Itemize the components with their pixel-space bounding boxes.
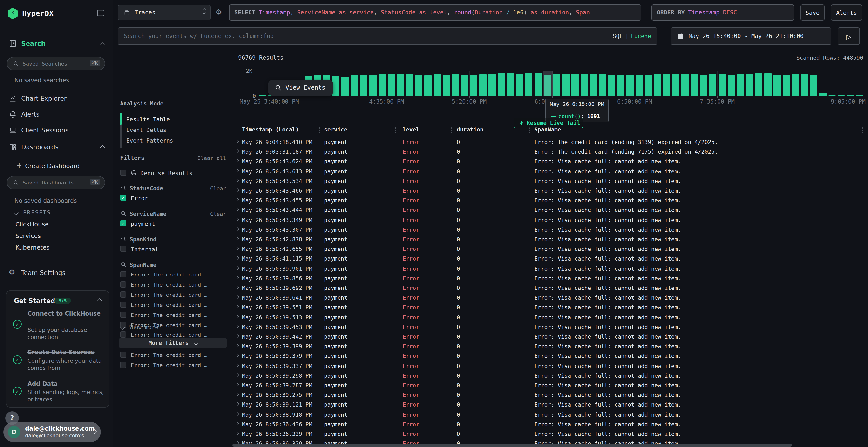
- row-expand-icon[interactable]: [236, 403, 239, 406]
- run-query-button[interactable]: ▷: [838, 28, 860, 45]
- saved-dashboards-input[interactable]: Saved Dashboards ⌘K: [7, 176, 105, 189]
- row-expand-icon[interactable]: [236, 266, 239, 270]
- histogram-bar[interactable]: [443, 74, 450, 96]
- column-resize-handle[interactable]: [319, 127, 320, 133]
- table-row[interactable]: May 26 8:50:41.115 PMpaymentError0Error:…: [232, 254, 868, 264]
- histogram-bar[interactable]: [691, 74, 698, 96]
- histogram-bar[interactable]: [516, 73, 523, 96]
- histogram-bar[interactable]: [461, 75, 468, 96]
- table-row[interactable]: May 26 8:50:39.275 PMpaymentError0Error:…: [232, 390, 868, 400]
- histogram-bar[interactable]: [700, 74, 707, 96]
- table-row[interactable]: May 26 8:50:39.287 PMpaymentError0Error:…: [232, 381, 868, 390]
- col-header-service[interactable]: service: [324, 126, 347, 133]
- scrollbar-thumb[interactable]: [232, 444, 792, 447]
- table-row[interactable]: May 26 8:50:39.453 PMpaymentError0Error:…: [232, 322, 868, 332]
- search-icon[interactable]: [121, 185, 126, 191]
- histogram-bar[interactable]: [434, 74, 441, 96]
- histogram-bar[interactable]: [581, 74, 588, 96]
- row-expand-icon[interactable]: [236, 412, 239, 415]
- table-row[interactable]: May 26 8:50:43.534 PMpaymentError0Error:…: [232, 176, 868, 186]
- table-row[interactable]: May 26 8:50:39.337 PMpaymentError0Error:…: [232, 361, 868, 371]
- row-expand-icon[interactable]: [236, 159, 239, 163]
- servicename-payment-label[interactable]: payment: [131, 220, 155, 227]
- row-expand-icon[interactable]: [236, 188, 239, 192]
- histogram-bar[interactable]: [553, 74, 560, 96]
- mode-event-patterns[interactable]: Event Patterns: [126, 137, 173, 144]
- row-expand-icon[interactable]: [236, 247, 239, 250]
- histogram-bar[interactable]: [792, 74, 799, 96]
- histogram-bar[interactable]: [562, 74, 569, 96]
- histogram-bar[interactable]: [507, 73, 514, 96]
- table-row[interactable]: May 26 8:50:39.399 PMpaymentError0Error:…: [232, 342, 868, 351]
- row-expand-icon[interactable]: [236, 217, 239, 221]
- row-expand-icon[interactable]: [236, 325, 239, 328]
- table-row[interactable]: May 26 9:03:31.187 PMpaymentError0Error:…: [232, 147, 868, 157]
- row-expand-icon[interactable]: [236, 237, 239, 240]
- show-more-link[interactable]: Show more: [121, 324, 158, 331]
- alerts-button[interactable]: Alerts: [831, 4, 862, 21]
- histogram-bar[interactable]: [810, 75, 817, 96]
- get-started-item-title[interactable]: Create Data Sources: [28, 349, 104, 356]
- user-menu[interactable]: D dale@clickhouse.com dale@clickhouse.co…: [3, 422, 101, 442]
- histogram-bar[interactable]: [755, 72, 762, 96]
- table-row[interactable]: May 26 8:50:43.455 PMpaymentError0Error:…: [232, 196, 868, 205]
- table-row[interactable]: May 26 8:50:39.856 PMpaymentError0Error:…: [232, 274, 868, 283]
- chevron-up-icon[interactable]: [97, 299, 102, 303]
- save-button[interactable]: Save: [801, 4, 825, 21]
- histogram-bar[interactable]: [534, 73, 542, 96]
- clear-all-link[interactable]: Clear all: [197, 155, 226, 161]
- col-header-level[interactable]: level: [403, 126, 419, 133]
- col-header-timestamp[interactable]: Timestamp (Local): [242, 126, 299, 133]
- row-expand-icon[interactable]: [236, 295, 239, 299]
- row-expand-icon[interactable]: [236, 256, 239, 260]
- spanname-option-label[interactable]: Error: The credit card …: [131, 302, 207, 308]
- row-expand-icon[interactable]: [236, 392, 239, 396]
- histogram-bar[interactable]: [626, 75, 633, 96]
- table-row[interactable]: May 26 8:50:43.624 PMpaymentError0Error:…: [232, 157, 868, 166]
- sidebar-item-chart-explorer[interactable]: Chart Explorer: [0, 93, 113, 105]
- table-row[interactable]: May 26 8:50:43.444 PMpaymentError0Error:…: [232, 205, 868, 215]
- histogram-bar[interactable]: [452, 74, 459, 96]
- row-expand-icon[interactable]: [236, 276, 239, 279]
- histogram-bar[interactable]: [764, 73, 772, 96]
- row-expand-icon[interactable]: [236, 140, 239, 143]
- histogram-bar[interactable]: [415, 75, 423, 96]
- histogram-bar[interactable]: [479, 74, 487, 96]
- histogram-bar[interactable]: [489, 73, 496, 96]
- preset-clickhouse[interactable]: ClickHouse: [16, 220, 49, 228]
- servicename-payment-checkbox[interactable]: ✓: [120, 220, 126, 227]
- histogram-bar[interactable]: [590, 74, 597, 96]
- table-row[interactable]: May 26 8:50:39.513 PMpaymentError0Error:…: [232, 312, 868, 322]
- source-settings-gear-icon[interactable]: ⚙: [216, 8, 222, 16]
- spanname-option-checkbox[interactable]: [120, 281, 126, 287]
- search-icon[interactable]: [121, 210, 126, 216]
- histogram-bar[interactable]: [571, 73, 579, 96]
- histogram-bar[interactable]: [369, 74, 376, 96]
- histogram-bar[interactable]: [737, 74, 744, 96]
- row-expand-icon[interactable]: [236, 286, 239, 289]
- create-dashboard-button[interactable]: + Create Dashboard: [0, 160, 113, 172]
- row-expand-icon[interactable]: [236, 315, 239, 318]
- histogram-bar[interactable]: [819, 93, 827, 96]
- row-expand-icon[interactable]: [236, 149, 239, 153]
- search-icon[interactable]: [121, 236, 126, 242]
- histogram-bar[interactable]: [470, 75, 477, 96]
- horizontal-scrollbar[interactable]: [232, 444, 868, 447]
- spanname-option-label[interactable]: Error: The credit card …: [131, 282, 207, 288]
- histogram-bar[interactable]: [673, 74, 680, 96]
- spanname-option-label[interactable]: Error: The credit card …: [131, 332, 207, 338]
- histogram-bar[interactable]: [783, 75, 790, 96]
- histogram-bar[interactable]: [351, 75, 358, 96]
- histogram-bar[interactable]: [378, 74, 385, 96]
- row-expand-icon[interactable]: [236, 373, 239, 377]
- preset-services[interactable]: Services: [16, 232, 41, 239]
- col-header-duration[interactable]: duration: [457, 126, 484, 133]
- source-select[interactable]: Traces: [118, 5, 211, 20]
- histogram-bar[interactable]: [333, 76, 340, 96]
- time-range-picker[interactable]: May 26 15:40:00 - May 26 21:10:00: [671, 28, 831, 45]
- histogram-bar[interactable]: [746, 74, 753, 96]
- row-expand-icon[interactable]: [236, 432, 239, 435]
- spanname-option-label[interactable]: Error: The credit card …: [131, 362, 207, 369]
- spanname-option-label[interactable]: Error: The credit card …: [131, 312, 207, 318]
- histogram-bar[interactable]: [663, 74, 670, 96]
